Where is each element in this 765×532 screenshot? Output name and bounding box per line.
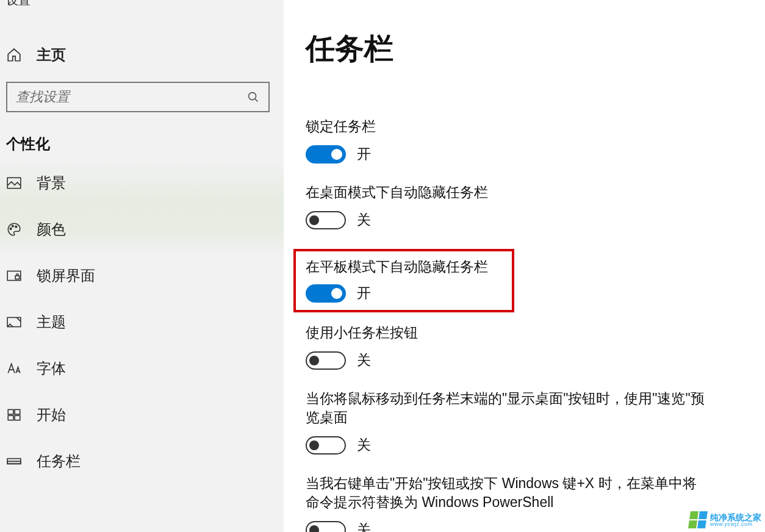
setting-powershell-replace: 当我右键单击"开始"按钮或按下 Windows 键+X 时，在菜单中将命令提示符… xyxy=(306,474,743,532)
toggle-autohide-tablet[interactable] xyxy=(306,284,346,303)
sidebar-item-background[interactable]: 背景 xyxy=(0,160,284,206)
toggle-lock-taskbar[interactable] xyxy=(306,145,346,164)
sidebar-item-fonts[interactable]: 字体 xyxy=(0,345,284,392)
svg-point-5 xyxy=(15,226,17,228)
svg-rect-11 xyxy=(8,415,13,420)
setting-peek-preview: 当你将鼠标移动到任务栏末端的"显示桌面"按钮时，使用"速览"预览桌面 关 xyxy=(306,389,743,455)
main-content: 任务栏 锁定任务栏 开 在桌面模式下自动隐藏任务栏 关 在平板模式下自动隐藏任务… xyxy=(284,0,765,532)
setting-small-buttons: 使用小任务栏按钮 关 xyxy=(306,323,743,370)
sidebar-category: 个性化 xyxy=(0,112,284,160)
toggle-state-text: 关 xyxy=(357,210,371,229)
toggle-state-text: 关 xyxy=(357,520,371,532)
watermark: 纯净系统之家 www.ycwjz.com xyxy=(689,511,761,528)
toggle-powershell-replace[interactable] xyxy=(306,521,346,532)
setting-label: 使用小任务栏按钮 xyxy=(306,323,708,342)
setting-label: 锁定任务栏 xyxy=(306,117,708,136)
setting-label: 在平板模式下自动隐藏任务栏 xyxy=(306,257,502,276)
nav-home[interactable]: 主页 xyxy=(0,35,284,74)
sidebar-item-start[interactable]: 开始 xyxy=(0,392,284,438)
theme-icon xyxy=(6,314,22,330)
nav-home-label: 主页 xyxy=(37,45,66,65)
start-icon xyxy=(6,407,22,423)
search-icon xyxy=(246,90,260,104)
sidebar-item-taskbar[interactable]: 任务栏 xyxy=(0,438,284,484)
sidebar-item-label: 字体 xyxy=(37,359,66,378)
palette-icon xyxy=(6,221,22,237)
sidebar-item-label: 背景 xyxy=(37,173,66,193)
watermark-text-2: www.ycwjz.com xyxy=(710,522,761,527)
sidebar-item-label: 任务栏 xyxy=(37,451,81,471)
toggle-small-buttons[interactable] xyxy=(306,351,346,370)
sidebar-item-label: 颜色 xyxy=(37,220,66,239)
taskbar-icon xyxy=(6,453,22,469)
setting-label: 当你将鼠标移动到任务栏末端的"显示桌面"按钮时，使用"速览"预览桌面 xyxy=(306,389,708,427)
toggle-peek-preview[interactable] xyxy=(306,436,346,455)
window-title-truncated: 设置 xyxy=(0,0,284,6)
sidebar: 设置 主页 个性化 背景 xyxy=(0,0,284,532)
svg-line-1 xyxy=(255,99,258,102)
sidebar-item-label: 锁屏界面 xyxy=(37,266,95,286)
svg-rect-12 xyxy=(15,415,20,420)
sidebar-nav-list: 背景 颜色 锁屏界面 主题 xyxy=(0,160,284,484)
sidebar-item-label: 开始 xyxy=(37,405,66,425)
search-box[interactable] xyxy=(6,82,270,112)
search-input[interactable] xyxy=(16,89,246,105)
toggle-state-text: 关 xyxy=(357,436,371,455)
setting-autohide-desktop: 在桌面模式下自动隐藏任务栏 关 xyxy=(306,183,743,229)
watermark-text-1: 纯净系统之家 xyxy=(710,513,761,522)
setting-label: 在桌面模式下自动隐藏任务栏 xyxy=(306,183,708,202)
picture-icon xyxy=(6,175,22,191)
watermark-logo-icon xyxy=(688,511,708,528)
setting-label: 当我右键单击"开始"按钮或按下 Windows 键+X 时，在菜单中将命令提示符… xyxy=(306,474,708,512)
home-icon xyxy=(6,47,22,63)
svg-point-3 xyxy=(10,228,12,230)
svg-rect-7 xyxy=(15,276,19,279)
lockscreen-icon xyxy=(6,268,22,284)
svg-rect-9 xyxy=(8,409,13,414)
highlight-box: 在平板模式下自动隐藏任务栏 开 xyxy=(293,249,514,312)
sidebar-item-themes[interactable]: 主题 xyxy=(0,299,284,345)
setting-lock-taskbar: 锁定任务栏 开 xyxy=(306,117,743,164)
font-icon xyxy=(6,361,22,376)
toggle-autohide-desktop[interactable] xyxy=(306,211,346,229)
svg-rect-10 xyxy=(15,409,20,414)
svg-rect-14 xyxy=(7,461,21,464)
svg-point-4 xyxy=(12,225,14,227)
toggle-state-text: 关 xyxy=(357,351,371,370)
sidebar-item-colors[interactable]: 颜色 xyxy=(0,206,284,253)
sidebar-item-lockscreen[interactable]: 锁屏界面 xyxy=(0,253,284,299)
page-title: 任务栏 xyxy=(306,29,743,68)
toggle-state-text: 开 xyxy=(357,145,371,164)
sidebar-item-label: 主题 xyxy=(37,312,66,332)
toggle-state-text: 开 xyxy=(357,284,371,303)
